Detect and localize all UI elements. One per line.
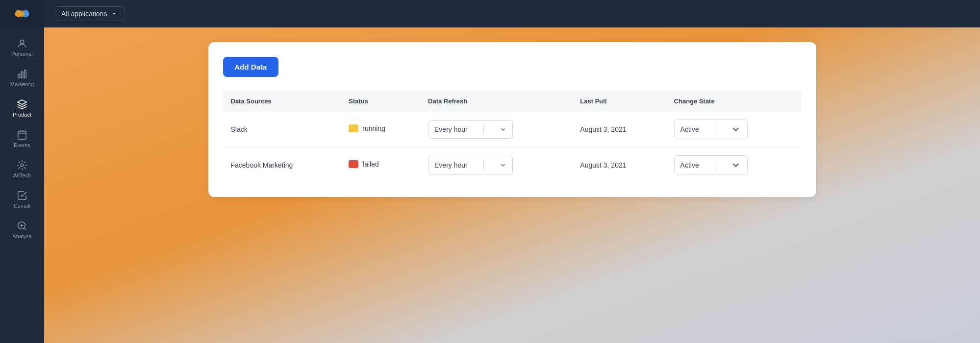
cell-last-pull: August 3, 2021 bbox=[572, 112, 666, 147]
data-sources-card: Add Data Data Sources Status Data Refres… bbox=[208, 42, 816, 197]
sidebar-item-marketing[interactable]: Marketing bbox=[0, 63, 44, 93]
col-status: Status bbox=[341, 91, 420, 112]
col-data-sources: Data Sources bbox=[223, 91, 341, 112]
sidebar-item-compli[interactable]: Compli bbox=[0, 184, 44, 215]
status-text: failed bbox=[362, 160, 378, 168]
svg-point-2 bbox=[20, 10, 25, 17]
cell-status: failed bbox=[341, 147, 420, 182]
topbar: All applications bbox=[44, 0, 980, 27]
divider bbox=[483, 124, 484, 134]
sidebar-item-label: Marketing bbox=[10, 81, 34, 87]
svg-rect-7 bbox=[18, 131, 26, 140]
cell-source: Slack bbox=[223, 112, 341, 147]
data-refresh-value: Every hour bbox=[434, 161, 468, 169]
data-refresh-dropdown[interactable]: Every hour bbox=[428, 156, 513, 174]
chevron-down-icon bbox=[730, 124, 741, 135]
logo bbox=[0, 0, 44, 27]
sidebar-item-personal[interactable]: Personal bbox=[0, 32, 44, 63]
sidebar-item-label: Product bbox=[13, 112, 31, 118]
add-data-button[interactable]: Add Data bbox=[223, 57, 279, 77]
sidebar-nav: Personal Marketing Product Events AdTech… bbox=[0, 27, 44, 245]
sidebar-item-product[interactable]: Product bbox=[0, 93, 44, 123]
table-row: Facebook MarketingfailedEvery hourAugust… bbox=[223, 147, 802, 182]
sidebar-item-label: Analyze bbox=[12, 233, 31, 239]
status-text: running bbox=[362, 124, 385, 132]
data-refresh-dropdown[interactable]: Every hour bbox=[428, 120, 513, 139]
table-row: SlackrunningEvery hourAugust 3, 2021Acti… bbox=[223, 112, 802, 147]
divider bbox=[483, 160, 484, 170]
cell-change-state: Active bbox=[666, 112, 802, 147]
cell-change-state: Active bbox=[666, 147, 802, 182]
change-state-value: Active bbox=[680, 161, 699, 169]
cell-data-refresh: Every hour bbox=[420, 112, 572, 147]
chevron-down-icon bbox=[111, 10, 118, 17]
svg-line-13 bbox=[24, 228, 26, 230]
cell-data-refresh: Every hour bbox=[420, 147, 572, 182]
svg-point-3 bbox=[20, 40, 24, 44]
sidebar-item-label: Compli bbox=[14, 203, 30, 209]
cell-last-pull: August 3, 2021 bbox=[572, 147, 666, 182]
col-data-refresh: Data Refresh bbox=[420, 91, 572, 112]
app-selector-label: All applications bbox=[61, 10, 107, 18]
data-refresh-value: Every hour bbox=[434, 125, 468, 133]
change-state-dropdown[interactable]: Active bbox=[674, 155, 748, 175]
chevron-down-icon bbox=[500, 162, 506, 169]
cell-source: Facebook Marketing bbox=[223, 147, 341, 182]
col-last-pull: Last Pull bbox=[572, 91, 666, 112]
table-header-row: Data Sources Status Data Refresh Last Pu… bbox=[223, 91, 802, 112]
svg-rect-6 bbox=[25, 70, 26, 78]
content-area: Add Data Data Sources Status Data Refres… bbox=[44, 27, 980, 343]
status-indicator bbox=[349, 160, 358, 168]
chevron-down-icon bbox=[500, 126, 506, 133]
app-selector-button[interactable]: All applications bbox=[54, 6, 125, 21]
svg-point-11 bbox=[21, 164, 24, 167]
sidebar-item-events[interactable]: Events bbox=[0, 123, 44, 154]
sidebar-item-label: Personal bbox=[11, 51, 32, 57]
sidebar: Personal Marketing Product Events AdTech… bbox=[0, 0, 44, 343]
sidebar-item-label: Events bbox=[14, 142, 30, 148]
status-indicator bbox=[349, 124, 358, 132]
sidebar-item-adtech[interactable]: AdTech bbox=[0, 154, 44, 184]
col-change-state: Change State bbox=[666, 91, 802, 112]
sidebar-item-analyze[interactable]: Analyze bbox=[0, 215, 44, 245]
data-sources-table: Data Sources Status Data Refresh Last Pu… bbox=[223, 91, 802, 182]
cell-status: running bbox=[341, 112, 420, 147]
chevron-down-icon bbox=[730, 160, 741, 171]
sidebar-item-label: AdTech bbox=[13, 172, 31, 178]
change-state-value: Active bbox=[680, 125, 699, 133]
main-area: All applications Add Data Data Sources S… bbox=[44, 0, 980, 343]
svg-rect-4 bbox=[18, 74, 20, 78]
svg-rect-5 bbox=[21, 72, 23, 78]
change-state-dropdown[interactable]: Active bbox=[674, 120, 748, 139]
